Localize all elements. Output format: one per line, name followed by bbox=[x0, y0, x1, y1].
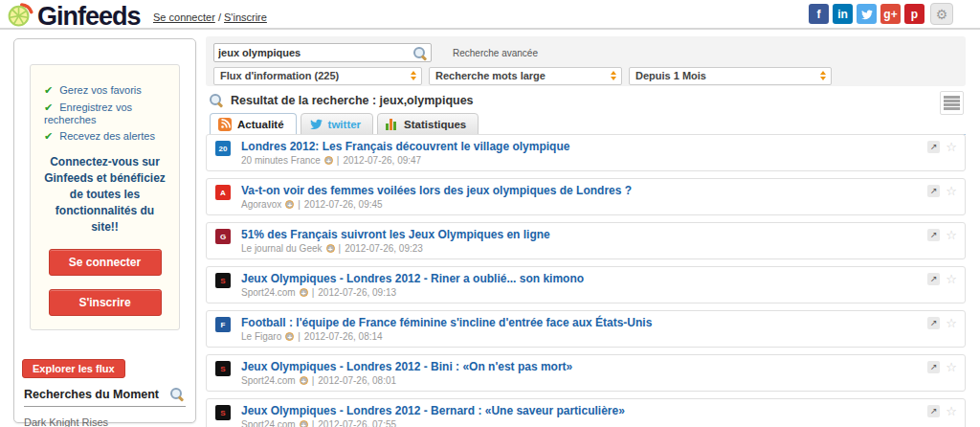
googleplus-icon[interactable]: g+ bbox=[880, 4, 901, 24]
result-title-link[interactable]: 51% des Français suivront les Jeux Olymp… bbox=[241, 228, 550, 241]
result-source: Sport24.com bbox=[241, 287, 296, 298]
result-title-link[interactable]: Londres 2012: Les Français découvrent le… bbox=[241, 140, 569, 153]
favorite-star-icon[interactable]: ☆ bbox=[946, 140, 957, 154]
result-date: 2012-07-26, 08:01 bbox=[318, 375, 396, 386]
gear-icon[interactable]: ⚙ bbox=[930, 3, 953, 25]
add-source-icon[interactable]: + bbox=[285, 200, 294, 209]
add-source-icon[interactable]: + bbox=[300, 376, 308, 385]
trending-searches-header: Recherches du Moment bbox=[24, 388, 186, 407]
add-source-icon[interactable]: + bbox=[300, 420, 308, 427]
result-title-link[interactable]: Jeux Olympiques - Londres 2012 - Bernard… bbox=[241, 404, 625, 417]
tab-twitter[interactable]: twitter bbox=[301, 113, 374, 135]
favorite-star-icon[interactable]: ☆ bbox=[946, 228, 957, 242]
result-title-link[interactable]: Jeux Olympiques - Londres 2012 - Riner a… bbox=[241, 272, 584, 285]
benefit-label: Recevez des alertes bbox=[59, 130, 155, 142]
result-source: 20 minutes France bbox=[241, 155, 321, 166]
result-title-link[interactable]: Football : l'équipe de France féminine s… bbox=[241, 316, 652, 329]
search-submit-icon[interactable] bbox=[413, 47, 427, 60]
benefit-item: ✔Enregistrez vos recherches bbox=[38, 101, 171, 125]
result-meta: Sport24.com + | 2012-07-26, 09:13 bbox=[241, 287, 396, 298]
result-row: S Jeux Olympiques - Londres 2012 - Berna… bbox=[206, 398, 966, 427]
benefit-label: Enregistrez vos recherches bbox=[44, 101, 132, 125]
connect-message: Connectez-vous sur Ginfeeds et bénéficie… bbox=[38, 154, 171, 236]
add-source-icon[interactable]: + bbox=[326, 244, 335, 253]
favorite-star-icon[interactable]: ☆ bbox=[946, 360, 957, 374]
advanced-search-link[interactable]: Recherche avancée bbox=[453, 48, 538, 58]
twitter-icon[interactable] bbox=[857, 4, 877, 24]
auth-links: Se connecter / S'inscrire bbox=[153, 11, 267, 23]
trending-list: Dark Knight Rises PSA Aulnay intelligenc… bbox=[24, 416, 186, 427]
result-meta: Sport24.com + | 2012-07-26, 08:01 bbox=[241, 375, 396, 386]
explore-feeds-button[interactable]: Explorer les flux bbox=[22, 359, 125, 378]
filter-bar: Flux d'information (225) Recherche mots … bbox=[213, 67, 832, 85]
meta-separator: | bbox=[339, 243, 342, 254]
add-source-icon[interactable]: + bbox=[285, 332, 294, 341]
login-link[interactable]: Se connecter bbox=[153, 11, 215, 23]
results-list: 20 Londres 2012: Les Français découvrent… bbox=[206, 134, 966, 427]
share-icon[interactable]: ↗ bbox=[927, 361, 940, 373]
signup-link[interactable]: S'inscrire bbox=[224, 11, 267, 23]
login-button[interactable]: Se connecter bbox=[49, 249, 162, 276]
add-source-icon[interactable]: + bbox=[300, 288, 308, 297]
results-title: Resultat de la recherche : jeux,olympiqu… bbox=[231, 94, 474, 107]
meta-separator: | bbox=[312, 375, 315, 386]
bar-chart-icon bbox=[386, 119, 398, 130]
linkedin-icon[interactable]: in bbox=[833, 4, 853, 24]
row-actions: ↗ ☆ bbox=[927, 272, 957, 286]
share-icon[interactable]: ↗ bbox=[927, 141, 940, 153]
result-source: Le journal du Geek bbox=[241, 243, 323, 254]
result-date: 2012-07-26, 09:45 bbox=[304, 199, 383, 210]
source-favicon: S bbox=[215, 361, 231, 376]
signup-button[interactable]: S'inscrire bbox=[49, 289, 162, 316]
social-bar: f in g+ p bbox=[809, 4, 924, 24]
sort-arrows-icon bbox=[411, 71, 416, 80]
result-date: 2012-07-26, 09:47 bbox=[343, 155, 421, 166]
result-title-link[interactable]: Jeux Olympiques - Londres 2012 - Bini : … bbox=[241, 360, 572, 373]
logo-lime-icon bbox=[8, 1, 34, 32]
search-box bbox=[213, 43, 432, 62]
tab-label: Statistiques bbox=[404, 119, 466, 130]
share-icon[interactable]: ↗ bbox=[927, 185, 940, 197]
tab-statistiques[interactable]: Statistiques bbox=[377, 113, 479, 135]
result-row: G 51% des Français suivront les Jeux Oly… bbox=[206, 222, 966, 259]
share-icon[interactable]: ↗ bbox=[927, 317, 940, 329]
add-source-icon[interactable]: + bbox=[324, 156, 333, 165]
favorite-star-icon[interactable]: ☆ bbox=[946, 316, 957, 330]
favorite-star-icon[interactable]: ☆ bbox=[946, 272, 957, 286]
trending-item[interactable]: Dark Knight Rises bbox=[24, 416, 186, 427]
period-dropdown[interactable]: Depuis 1 Mois bbox=[629, 67, 832, 85]
check-icon: ✔ bbox=[44, 84, 53, 96]
trending-title: Recherches du Moment bbox=[24, 388, 159, 401]
search-icon[interactable] bbox=[170, 388, 184, 401]
rss-icon bbox=[218, 118, 232, 131]
feed-filter-dropdown[interactable]: Flux d'information (225) bbox=[213, 67, 422, 85]
result-title-link[interactable]: Va-t-on voir des femmes voilées lors des… bbox=[241, 184, 632, 197]
logo[interactable]: Ginfeeds bbox=[8, 1, 141, 32]
meta-separator: | bbox=[298, 331, 301, 342]
check-icon: ✔ bbox=[44, 101, 53, 113]
search-input[interactable] bbox=[218, 45, 406, 60]
list-view-toggle-icon[interactable] bbox=[940, 91, 964, 115]
match-mode-dropdown[interactable]: Recherche mots large bbox=[429, 67, 622, 85]
favorite-star-icon[interactable]: ☆ bbox=[946, 184, 957, 198]
result-date: 2012-07-26, 08:14 bbox=[304, 331, 383, 342]
source-favicon: A bbox=[215, 185, 231, 200]
result-source: Le Figaro bbox=[241, 331, 281, 342]
result-date: 2012-07-26, 07:55 bbox=[318, 419, 396, 427]
period-label: Depuis 1 Mois bbox=[635, 70, 706, 81]
share-icon[interactable]: ↗ bbox=[927, 229, 940, 241]
facebook-icon[interactable]: f bbox=[809, 4, 829, 24]
result-source: Sport24.com bbox=[241, 375, 296, 386]
share-icon[interactable]: ↗ bbox=[927, 273, 940, 285]
match-mode-label: Recherche mots large bbox=[435, 70, 546, 81]
tab-actualite[interactable]: Actualité bbox=[210, 113, 297, 135]
logo-text: Ginfeeds bbox=[37, 2, 141, 32]
source-favicon: G bbox=[215, 229, 231, 244]
result-meta: Le journal du Geek + | 2012-07-26, 09:23 bbox=[241, 243, 423, 254]
meta-separator: | bbox=[337, 155, 340, 166]
favorite-star-icon[interactable]: ☆ bbox=[946, 404, 957, 418]
pinterest-icon[interactable]: p bbox=[904, 4, 924, 24]
share-icon[interactable]: ↗ bbox=[927, 405, 940, 417]
result-meta: Le Figaro + | 2012-07-26, 08:14 bbox=[241, 331, 383, 342]
tab-label: Actualité bbox=[237, 119, 284, 130]
